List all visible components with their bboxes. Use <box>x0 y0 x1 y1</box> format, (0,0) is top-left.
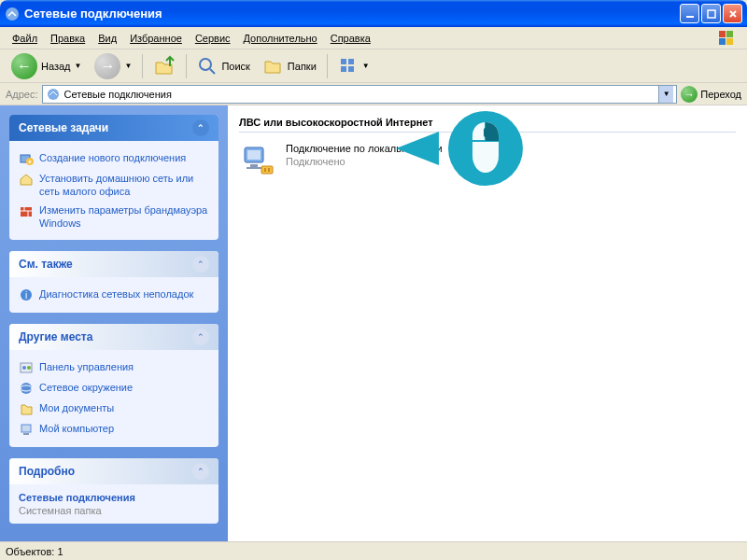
menu-help[interactable]: Справка <box>324 31 377 46</box>
task-label: Изменить параметры брандмауэра Windows <box>39 203 209 230</box>
window-controls <box>680 4 742 23</box>
new-connection-icon: ✶ <box>19 151 34 166</box>
svg-rect-31 <box>264 168 266 172</box>
panel-details: Подробно ⌃ Сетевые подключения Системная… <box>9 458 218 524</box>
panel-title: Другие места <box>19 330 92 343</box>
menu-service[interactable]: Сервис <box>189 31 237 46</box>
toolbar: ← Назад ▼ → ▼ Поиск Папки ▼ <box>0 49 747 83</box>
minimize-button[interactable] <box>680 4 699 23</box>
svg-rect-8 <box>341 59 346 64</box>
menu-view[interactable]: Вид <box>92 31 123 46</box>
search-icon <box>197 56 218 77</box>
svg-rect-11 <box>348 66 354 72</box>
home-network-icon <box>19 172 34 187</box>
chevron-up-icon: ⌃ <box>192 256 209 273</box>
task-setup-network[interactable]: Установить домашнюю сеть или сеть малого… <box>19 169 209 201</box>
chevron-up-icon: ⌃ <box>192 329 209 345</box>
windows-flag-icon <box>712 29 741 48</box>
maximize-button[interactable] <box>701 4 721 23</box>
svg-rect-1 <box>686 16 694 18</box>
search-button[interactable]: Поиск <box>191 53 255 79</box>
panel-title: Подробно <box>19 465 75 478</box>
svg-rect-24 <box>21 425 31 432</box>
status-text: Объектов: 1 <box>6 546 63 557</box>
task-firewall-settings[interactable]: Изменить параметры брандмауэра Windows <box>19 201 209 232</box>
svg-rect-16 <box>21 207 32 217</box>
place-my-computer[interactable]: Мой компьютер <box>19 419 209 440</box>
main-area: Сетевые задачи ⌃ ✶ Создание нового подкл… <box>0 105 747 541</box>
folder-up-icon <box>153 55 176 77</box>
svg-rect-29 <box>247 167 261 169</box>
back-label: Назад <box>41 61 71 72</box>
go-button[interactable]: → Переход <box>681 86 741 103</box>
menu-file[interactable]: Файл <box>6 31 44 46</box>
panel-see-also: См. также ⌃ i Диагностика сетевых непола… <box>9 251 218 313</box>
place-label: Панель управления <box>39 360 134 373</box>
separator <box>186 54 187 78</box>
panel-body: Сетевые подключения Системная папка <box>9 484 218 524</box>
panel-header-tasks[interactable]: Сетевые задачи ⌃ <box>9 115 218 141</box>
task-new-connection[interactable]: ✶ Создание нового подключения <box>19 148 209 169</box>
forward-icon: → <box>94 53 120 79</box>
menu-edit[interactable]: Правка <box>44 31 92 46</box>
svg-text:✶: ✶ <box>27 159 33 165</box>
close-button[interactable] <box>723 4 742 23</box>
folders-button[interactable]: Папки <box>258 53 322 79</box>
task-label: Создание нового подключения <box>39 151 186 164</box>
address-value: Сетевые подключения <box>64 89 655 100</box>
content-area: ЛВС или высокоскоростной Интернет Подклю… <box>228 105 747 541</box>
svg-point-0 <box>6 7 19 21</box>
chevron-down-icon: ▼ <box>124 62 132 70</box>
back-button[interactable]: ← Назад ▼ <box>6 50 87 82</box>
svg-rect-6 <box>726 38 733 45</box>
place-my-documents[interactable]: Мои документы <box>19 399 209 419</box>
chevron-down-icon: ▼ <box>362 62 370 70</box>
search-label: Поиск <box>221 61 249 72</box>
menu-advanced[interactable]: Дополнительно <box>237 31 324 46</box>
up-button[interactable] <box>148 52 181 80</box>
menu-favorites[interactable]: Избранное <box>123 31 189 46</box>
panel-header-seealso[interactable]: См. также ⌃ <box>9 251 218 277</box>
network-icon <box>46 87 61 102</box>
details-type: Системная папка <box>19 505 209 516</box>
address-input[interactable]: Сетевые подключения ▼ <box>42 85 678 104</box>
task-network-diagnostics[interactable]: i Диагностика сетевых неполадок <box>19 285 209 305</box>
svg-rect-28 <box>250 164 258 167</box>
addressbar: Адрес: Сетевые подключения ▼ → Переход <box>0 83 747 105</box>
window-title: Сетевые подключения <box>24 7 680 21</box>
panel-body: i Диагностика сетевых неполадок <box>9 277 218 313</box>
address-label: Адрес: <box>6 89 38 100</box>
svg-rect-3 <box>719 31 726 37</box>
svg-rect-25 <box>23 433 29 435</box>
place-control-panel[interactable]: Панель управления <box>19 357 209 378</box>
place-label: Сетевое окружение <box>39 381 133 394</box>
svg-rect-5 <box>719 38 726 45</box>
panel-header-details[interactable]: Подробно ⌃ <box>9 458 218 484</box>
statusbar: Объектов: 1 <box>0 541 747 560</box>
place-my-network[interactable]: Сетевое окружение <box>19 378 209 399</box>
separator <box>142 54 143 78</box>
panel-network-tasks: Сетевые задачи ⌃ ✶ Создание нового подкл… <box>9 115 218 240</box>
task-label: Установить домашнюю сеть или сеть малого… <box>39 172 209 198</box>
details-name: Сетевые подключения <box>19 492 209 503</box>
svg-rect-10 <box>341 66 346 72</box>
menubar: Файл Правка Вид Избранное Сервис Дополни… <box>0 27 747 49</box>
window-icon <box>5 7 20 21</box>
panel-body: ✶ Создание нового подключения Установить… <box>9 141 218 240</box>
go-label: Переход <box>700 89 741 100</box>
folders-icon <box>263 56 284 77</box>
panel-title: См. также <box>19 258 73 271</box>
titlebar: Сетевые подключения <box>0 0 747 27</box>
panel-header-places[interactable]: Другие места ⌃ <box>9 324 218 350</box>
svg-point-7 <box>200 59 211 70</box>
svg-rect-30 <box>261 166 273 174</box>
place-label: Мой компьютер <box>39 422 114 435</box>
forward-button[interactable]: → ▼ <box>89 50 137 82</box>
network-places-icon <box>19 381 34 396</box>
firewall-icon <box>19 203 34 218</box>
chevron-up-icon: ⌃ <box>192 119 209 136</box>
address-dropdown[interactable]: ▼ <box>658 86 673 103</box>
svg-point-12 <box>48 89 59 100</box>
views-button[interactable]: ▼ <box>332 53 375 79</box>
views-icon <box>338 56 359 77</box>
